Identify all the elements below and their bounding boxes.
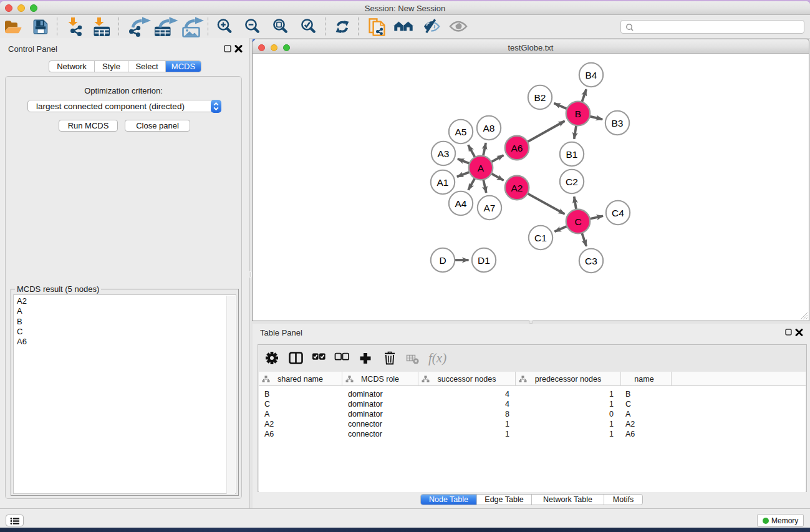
svg-text:A2: A2 xyxy=(511,183,523,193)
svg-text:D1: D1 xyxy=(478,255,490,266)
svg-text:D: D xyxy=(439,255,446,266)
svg-text:A1: A1 xyxy=(437,177,449,188)
svg-text:C4: C4 xyxy=(612,208,624,218)
svg-text:A3: A3 xyxy=(438,148,450,159)
svg-text:B2: B2 xyxy=(534,92,546,103)
svg-text:B: B xyxy=(575,109,581,119)
svg-text:B3: B3 xyxy=(612,118,624,128)
svg-text:A8: A8 xyxy=(483,123,495,133)
svg-text:C2: C2 xyxy=(566,177,578,187)
svg-text:C1: C1 xyxy=(534,233,547,243)
svg-text:f(x): f(x) xyxy=(428,351,446,365)
svg-text:A: A xyxy=(478,163,485,173)
svg-text:B4: B4 xyxy=(586,70,597,80)
svg-text:A7: A7 xyxy=(484,203,496,213)
svg-text:A6: A6 xyxy=(511,143,523,153)
svg-text:A4: A4 xyxy=(455,198,467,209)
svg-text:C3: C3 xyxy=(585,256,597,266)
svg-text:A5: A5 xyxy=(455,127,467,137)
svg-text:B1: B1 xyxy=(566,149,578,160)
svg-text:C: C xyxy=(574,216,581,227)
